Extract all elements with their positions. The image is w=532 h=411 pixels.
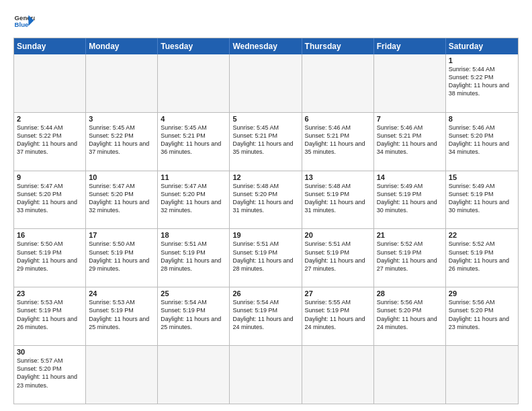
- calendar-cell-day-3: 3Sunrise: 5:45 AM Sunset: 5:22 PM Daylig…: [86, 113, 158, 171]
- calendar-cell-empty: [86, 346, 158, 404]
- cell-info: Sunrise: 5:44 AM Sunset: 5:22 PM Dayligh…: [17, 124, 83, 156]
- cell-info: Sunrise: 5:47 AM Sunset: 5:20 PM Dayligh…: [161, 182, 226, 215]
- day-number: 20: [305, 231, 371, 239]
- day-number: 18: [161, 231, 226, 239]
- calendar-cell-day-8: 8Sunrise: 5:46 AM Sunset: 5:20 PM Daylig…: [446, 113, 518, 171]
- day-number: 1: [449, 56, 515, 64]
- weekday-header-wednesday: Wednesday: [230, 38, 302, 54]
- calendar-cell-day-2: 2Sunrise: 5:44 AM Sunset: 5:22 PM Daylig…: [14, 113, 86, 171]
- calendar-cell-empty: [158, 54, 230, 112]
- calendar-cell-day-5: 5Sunrise: 5:45 AM Sunset: 5:21 PM Daylig…: [230, 113, 302, 171]
- cell-info: Sunrise: 5:53 AM Sunset: 5:19 PM Dayligh…: [89, 298, 154, 331]
- day-number: 16: [17, 231, 83, 239]
- day-number: 6: [305, 115, 371, 123]
- day-number: 23: [17, 289, 83, 298]
- weekday-header-friday: Friday: [374, 38, 446, 54]
- day-number: 29: [449, 289, 515, 298]
- cell-info: Sunrise: 5:48 AM Sunset: 5:20 PM Dayligh…: [232, 182, 298, 215]
- cell-info: Sunrise: 5:45 AM Sunset: 5:21 PM Dayligh…: [161, 124, 226, 156]
- cell-info: Sunrise: 5:56 AM Sunset: 5:20 PM Dayligh…: [377, 298, 443, 331]
- calendar-row-3: 16Sunrise: 5:50 AM Sunset: 5:19 PM Dayli…: [14, 228, 518, 287]
- calendar-header: SundayMondayTuesdayWednesdayThursdayFrid…: [14, 38, 518, 54]
- cell-info: Sunrise: 5:46 AM Sunset: 5:21 PM Dayligh…: [305, 124, 371, 156]
- calendar-cell-day-12: 12Sunrise: 5:48 AM Sunset: 5:20 PM Dayli…: [230, 171, 302, 229]
- calendar-cell-empty: [14, 54, 86, 112]
- cell-info: Sunrise: 5:47 AM Sunset: 5:20 PM Dayligh…: [89, 182, 154, 215]
- day-number: 27: [305, 289, 371, 298]
- calendar-cell-day-22: 22Sunrise: 5:52 AM Sunset: 5:19 PM Dayli…: [446, 229, 518, 287]
- calendar-body: 1Sunrise: 5:44 AM Sunset: 5:22 PM Daylig…: [14, 54, 518, 404]
- calendar-cell-empty: [230, 54, 302, 112]
- calendar-cell-day-24: 24Sunrise: 5:53 AM Sunset: 5:19 PM Dayli…: [86, 287, 158, 345]
- cell-info: Sunrise: 5:45 AM Sunset: 5:21 PM Dayligh…: [232, 124, 298, 156]
- calendar-cell-day-18: 18Sunrise: 5:51 AM Sunset: 5:19 PM Dayli…: [158, 229, 230, 287]
- day-number: 15: [449, 173, 515, 181]
- calendar-cell-day-17: 17Sunrise: 5:50 AM Sunset: 5:19 PM Dayli…: [86, 229, 158, 287]
- day-number: 13: [305, 173, 371, 181]
- logo: General Blue: [13, 11, 35, 32]
- calendar-cell-day-10: 10Sunrise: 5:47 AM Sunset: 5:20 PM Dayli…: [86, 171, 158, 229]
- day-number: 30: [17, 348, 83, 356]
- calendar-cell-empty: [230, 346, 302, 404]
- calendar-cell-empty: [446, 346, 518, 404]
- calendar-cell-day-14: 14Sunrise: 5:49 AM Sunset: 5:19 PM Dayli…: [374, 171, 446, 229]
- weekday-header-monday: Monday: [86, 38, 158, 54]
- calendar-row-1: 2Sunrise: 5:44 AM Sunset: 5:22 PM Daylig…: [14, 112, 518, 171]
- calendar-row-4: 23Sunrise: 5:53 AM Sunset: 5:19 PM Dayli…: [14, 287, 518, 345]
- cell-info: Sunrise: 5:44 AM Sunset: 5:22 PM Dayligh…: [449, 65, 515, 98]
- svg-text:Blue: Blue: [15, 21, 29, 28]
- calendar-row-5: 30Sunrise: 5:57 AM Sunset: 5:20 PM Dayli…: [14, 345, 518, 404]
- day-number: 25: [161, 289, 226, 298]
- weekday-header-tuesday: Tuesday: [158, 38, 230, 54]
- day-number: 17: [89, 231, 154, 239]
- calendar-cell-day-20: 20Sunrise: 5:51 AM Sunset: 5:19 PM Dayli…: [302, 229, 374, 287]
- day-number: 10: [89, 173, 154, 181]
- calendar-row-2: 9Sunrise: 5:47 AM Sunset: 5:20 PM Daylig…: [14, 171, 518, 229]
- cell-info: Sunrise: 5:55 AM Sunset: 5:19 PM Dayligh…: [305, 298, 371, 331]
- calendar-cell-empty: [158, 346, 230, 404]
- cell-info: Sunrise: 5:52 AM Sunset: 5:19 PM Dayligh…: [449, 240, 515, 273]
- cell-info: Sunrise: 5:49 AM Sunset: 5:19 PM Dayligh…: [377, 182, 443, 215]
- page: General Blue SundayMondayTuesdayWednesda…: [0, 0, 532, 411]
- calendar-cell-day-1: 1Sunrise: 5:44 AM Sunset: 5:22 PM Daylig…: [446, 54, 518, 112]
- cell-info: Sunrise: 5:49 AM Sunset: 5:19 PM Dayligh…: [449, 182, 515, 215]
- calendar-cell-day-9: 9Sunrise: 5:47 AM Sunset: 5:20 PM Daylig…: [14, 171, 86, 229]
- calendar-cell-day-23: 23Sunrise: 5:53 AM Sunset: 5:19 PM Dayli…: [14, 287, 86, 345]
- cell-info: Sunrise: 5:50 AM Sunset: 5:19 PM Dayligh…: [17, 240, 83, 273]
- day-number: 8: [449, 115, 515, 123]
- weekday-header-thursday: Thursday: [302, 38, 374, 54]
- header: General Blue: [13, 11, 519, 32]
- day-number: 7: [377, 115, 443, 123]
- calendar: SundayMondayTuesdayWednesdayThursdayFrid…: [13, 38, 519, 404]
- cell-info: Sunrise: 5:51 AM Sunset: 5:19 PM Dayligh…: [161, 240, 226, 273]
- cell-info: Sunrise: 5:54 AM Sunset: 5:19 PM Dayligh…: [232, 298, 298, 331]
- calendar-cell-empty: [374, 346, 446, 404]
- calendar-cell-day-28: 28Sunrise: 5:56 AM Sunset: 5:20 PM Dayli…: [374, 287, 446, 345]
- cell-info: Sunrise: 5:51 AM Sunset: 5:19 PM Dayligh…: [232, 240, 298, 273]
- calendar-cell-day-19: 19Sunrise: 5:51 AM Sunset: 5:19 PM Dayli…: [230, 229, 302, 287]
- day-number: 22: [449, 231, 515, 239]
- cell-info: Sunrise: 5:56 AM Sunset: 5:20 PM Dayligh…: [449, 298, 515, 331]
- day-number: 28: [377, 289, 443, 298]
- calendar-row-0: 1Sunrise: 5:44 AM Sunset: 5:22 PM Daylig…: [14, 54, 518, 112]
- day-number: 9: [17, 173, 83, 181]
- calendar-cell-day-27: 27Sunrise: 5:55 AM Sunset: 5:19 PM Dayli…: [302, 287, 374, 345]
- calendar-cell-day-26: 26Sunrise: 5:54 AM Sunset: 5:19 PM Dayli…: [230, 287, 302, 345]
- calendar-cell-day-25: 25Sunrise: 5:54 AM Sunset: 5:19 PM Dayli…: [158, 287, 230, 345]
- day-number: 5: [232, 115, 298, 123]
- calendar-cell-empty: [86, 54, 158, 112]
- day-number: 12: [232, 173, 298, 181]
- cell-info: Sunrise: 5:51 AM Sunset: 5:19 PM Dayligh…: [305, 240, 371, 273]
- cell-info: Sunrise: 5:53 AM Sunset: 5:19 PM Dayligh…: [17, 298, 83, 331]
- day-number: 24: [89, 289, 154, 298]
- cell-info: Sunrise: 5:50 AM Sunset: 5:19 PM Dayligh…: [89, 240, 154, 273]
- cell-info: Sunrise: 5:57 AM Sunset: 5:20 PM Dayligh…: [17, 357, 83, 390]
- calendar-cell-empty: [302, 346, 374, 404]
- calendar-cell-day-13: 13Sunrise: 5:48 AM Sunset: 5:19 PM Dayli…: [302, 171, 374, 229]
- calendar-cell-empty: [302, 54, 374, 112]
- cell-info: Sunrise: 5:48 AM Sunset: 5:19 PM Dayligh…: [305, 182, 371, 215]
- day-number: 2: [17, 115, 83, 123]
- day-number: 19: [232, 231, 298, 239]
- cell-info: Sunrise: 5:47 AM Sunset: 5:20 PM Dayligh…: [17, 182, 83, 215]
- day-number: 4: [161, 115, 226, 123]
